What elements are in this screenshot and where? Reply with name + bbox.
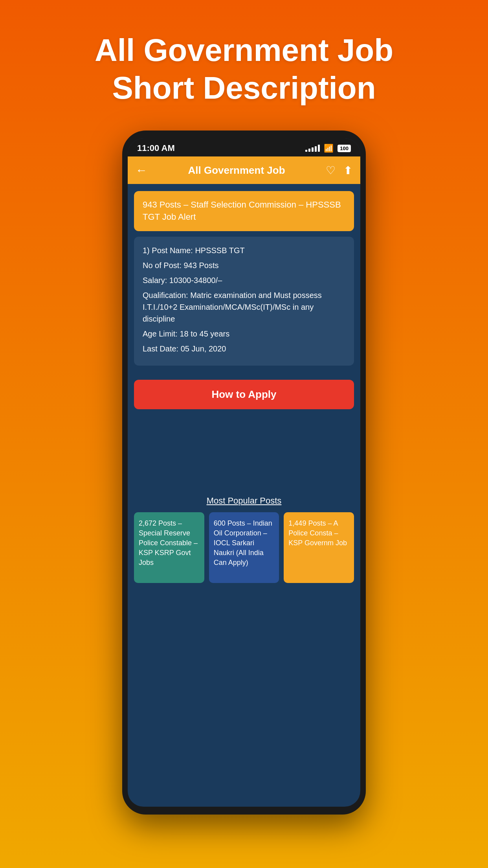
popular-card-2[interactable]: 1,449 Posts – A Police Consta – KSP Gove… xyxy=(284,512,354,583)
popular-card-0-text: 2,672 Posts – Special Reserve Police Con… xyxy=(139,519,198,567)
popular-section: Most Popular Posts 2,672 Posts – Special… xyxy=(128,488,360,591)
phone-screen: 11:00 AM 📶 100 ← All Government Job ♡ ⬆ xyxy=(128,138,360,807)
wifi-icon: 📶 xyxy=(324,143,334,153)
job-title-text: 943 Posts – Staff Selection Commission –… xyxy=(143,200,341,222)
post-name: 1) Post Name: HPSSSB TGT xyxy=(143,245,345,256)
popular-card-1-text: 600 Posts – Indian Oil Corporation – IOC… xyxy=(214,519,272,567)
back-button[interactable]: ← xyxy=(136,164,147,177)
popular-section-title: Most Popular Posts xyxy=(134,496,354,506)
app-bar-title: All Government Job xyxy=(154,164,319,177)
favorite-button[interactable]: ♡ xyxy=(326,164,336,177)
share-button[interactable]: ⬆ xyxy=(343,164,352,177)
age-limit: Age Limit: 18 to 45 years xyxy=(143,328,345,340)
spacer xyxy=(128,409,360,488)
header-line1: All Government Job xyxy=(95,31,393,69)
how-to-apply-button[interactable]: How to Apply xyxy=(134,380,354,409)
salary: Salary: 10300-34800/– xyxy=(143,274,345,286)
page-header: All Government Job Short Description xyxy=(71,31,417,107)
no-of-post: No of Post: 943 Posts xyxy=(143,259,345,271)
status-time: 11:00 AM xyxy=(137,143,175,153)
job-title-card: 943 Posts – Staff Selection Commission –… xyxy=(134,191,354,231)
popular-cards-list: 2,672 Posts – Special Reserve Police Con… xyxy=(134,512,354,583)
job-details-card: 1) Post Name: HPSSSB TGT No of Post: 943… xyxy=(134,237,354,366)
last-date: Last Date: 05 Jun, 2020 xyxy=(143,343,345,355)
popular-card-1[interactable]: 600 Posts – Indian Oil Corporation – IOC… xyxy=(209,512,279,583)
content-area: 943 Posts – Staff Selection Commission –… xyxy=(128,184,360,373)
header-line2: Short Description xyxy=(95,69,393,107)
qualification: Qualification: Matric examination and Mu… xyxy=(143,289,345,325)
app-bar: ← All Government Job ♡ ⬆ xyxy=(128,156,360,184)
status-icons: 📶 100 xyxy=(305,143,351,153)
signal-icon xyxy=(305,145,320,152)
popular-card-0[interactable]: 2,672 Posts – Special Reserve Police Con… xyxy=(134,512,204,583)
battery-icon: 100 xyxy=(338,145,351,152)
popular-card-2-text: 1,449 Posts – A Police Consta – KSP Gove… xyxy=(288,519,347,547)
status-bar: 11:00 AM 📶 100 xyxy=(128,138,360,156)
phone-device: 11:00 AM 📶 100 ← All Government Job ♡ ⬆ xyxy=(122,131,366,815)
app-bar-actions: ♡ ⬆ xyxy=(326,164,352,177)
